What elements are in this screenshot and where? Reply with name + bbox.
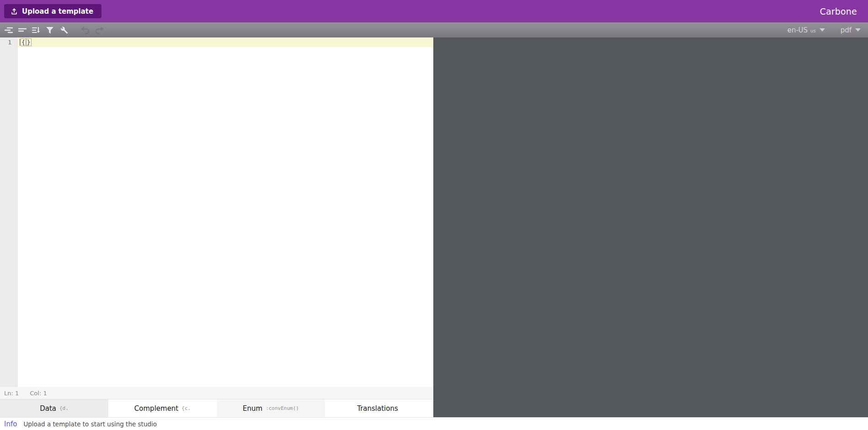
preview-pane bbox=[433, 37, 868, 417]
tab-hint: {d. bbox=[59, 405, 69, 411]
info-bar: Info Upload a template to start using th… bbox=[0, 417, 868, 430]
locale-dropdown[interactable]: en-US us bbox=[787, 26, 825, 34]
tab-hint: :convEnum() bbox=[266, 405, 299, 411]
active-line[interactable]: {} bbox=[18, 37, 433, 47]
upload-icon bbox=[11, 8, 18, 15]
code-area[interactable]: {} bbox=[18, 37, 433, 387]
tab-data[interactable]: Data {d. bbox=[0, 399, 108, 417]
tab-label: Data bbox=[40, 404, 56, 413]
info-message: Upload a template to start using the stu… bbox=[23, 420, 157, 428]
text-cursor bbox=[20, 39, 20, 46]
top-bar: Upload a template Carbone bbox=[0, 0, 868, 22]
locale-region: us bbox=[810, 28, 816, 33]
locale-value: en-US bbox=[787, 26, 808, 34]
upload-button-label: Upload a template bbox=[22, 7, 93, 16]
wrench-icon[interactable] bbox=[57, 24, 70, 37]
redo-icon[interactable] bbox=[92, 24, 106, 37]
chevron-down-icon bbox=[820, 28, 825, 32]
undo-icon[interactable] bbox=[79, 24, 92, 37]
indent-icon[interactable] bbox=[2, 24, 16, 37]
cursor-line-indicator: Ln: 1 bbox=[4, 390, 19, 397]
info-level-link[interactable]: Info bbox=[4, 420, 17, 428]
line-number-gutter: 1 bbox=[0, 37, 18, 387]
tab-hint: {c. bbox=[181, 405, 191, 411]
upload-template-button[interactable]: Upload a template bbox=[4, 4, 101, 18]
format-compact-icon[interactable] bbox=[16, 24, 29, 37]
export-format-dropdown[interactable]: pdf bbox=[841, 26, 861, 34]
line-number: 1 bbox=[0, 37, 18, 46]
open-brace: { bbox=[21, 38, 26, 46]
chevron-down-icon bbox=[855, 28, 861, 32]
tab-enum[interactable]: Enum :convEnum() bbox=[217, 399, 325, 417]
tab-label: Translations bbox=[357, 404, 398, 413]
toolbar-right-group: en-US us pdf bbox=[787, 22, 868, 37]
sort-icon[interactable] bbox=[29, 24, 43, 37]
json-data-editor[interactable]: 1 {} bbox=[0, 37, 433, 387]
tab-translations[interactable]: Translations bbox=[325, 399, 433, 417]
export-format-value: pdf bbox=[841, 26, 852, 34]
close-brace: } bbox=[26, 38, 32, 46]
filter-icon[interactable] bbox=[43, 24, 57, 37]
tab-label: Complement bbox=[134, 404, 178, 413]
bottom-tab-bar: Data {d. Complement {c. Enum :convEnum()… bbox=[0, 399, 433, 417]
carbone-studio-app: Upload a template Carbone bbox=[0, 0, 868, 430]
tab-complement[interactable]: Complement {c. bbox=[108, 399, 217, 417]
toolbar-icon-group bbox=[0, 24, 106, 37]
brand-logo: Carbone bbox=[820, 0, 857, 22]
tab-label: Enum bbox=[243, 404, 262, 413]
cursor-column-indicator: Col: 1 bbox=[30, 390, 47, 397]
editor-status-bar: Ln: 1 Col: 1 bbox=[0, 387, 433, 399]
editor-toolbar: en-US us pdf bbox=[0, 22, 868, 37]
